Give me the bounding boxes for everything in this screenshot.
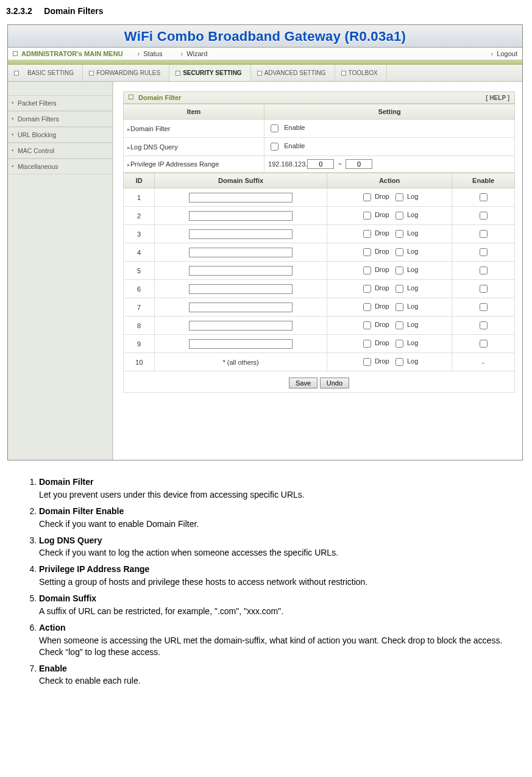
rule-enable-checkbox[interactable] [480, 303, 488, 311]
ip-from-input[interactable] [307, 159, 334, 169]
desc-def: Setting a group of hosts and privilege t… [39, 576, 522, 588]
drop-label: Drop [375, 266, 389, 273]
tab-basic-setting[interactable]: BASIC SETTING [8, 65, 83, 81]
drop-checkbox[interactable] [363, 212, 371, 220]
desc-def: When someone is accessing the URL met th… [39, 635, 522, 658]
rule-id: 3 [124, 225, 155, 243]
rule-enable-checkbox[interactable] [480, 212, 488, 220]
drop-label: Drop [375, 248, 389, 255]
row-domain-filter: Domain Filter [124, 120, 264, 138]
domain-filter-checkbox[interactable] [271, 124, 278, 132]
domain-suffix-input[interactable] [189, 193, 293, 202]
drop-label: Drop [375, 211, 389, 218]
log-checkbox[interactable] [395, 248, 403, 256]
domain-suffix-input[interactable] [189, 229, 293, 239]
log-label: Log [407, 303, 418, 310]
panel-title: Domain Filter [138, 94, 181, 101]
drop-label: Drop [375, 284, 389, 292]
rule-action-cell: Drop Log [327, 353, 452, 371]
desc-term: Action [39, 623, 66, 632]
rule-enable-cell [452, 298, 515, 317]
drop-checkbox[interactable] [363, 267, 371, 274]
admin-menu-label[interactable]: ADMINISTRATOR's MAIN MENU [21, 50, 123, 57]
desc-item: Domain FilterLet you prevent users under… [39, 476, 522, 501]
tab-toolbox[interactable]: TOOLBOX [335, 65, 387, 81]
menu-wizard[interactable]: Wizard [186, 50, 207, 57]
drop-checkbox[interactable] [363, 358, 371, 366]
rule-suffix-cell [155, 225, 327, 243]
row-priv-range: Privilege IP Addresses Range [124, 156, 264, 173]
rule-enable-checkbox[interactable] [480, 230, 488, 238]
log-dns-checkbox[interactable] [271, 143, 278, 151]
log-checkbox[interactable] [395, 303, 403, 311]
sidebar-item-packet-filters[interactable]: Packet Filters [8, 95, 112, 111]
sidebar-item-miscellaneous[interactable]: Miscellaneous [8, 159, 112, 174]
col-suffix: Domain Suffix [155, 173, 327, 188]
log-checkbox[interactable] [395, 321, 403, 329]
drop-checkbox[interactable] [363, 248, 371, 256]
desc-item: Log DNS QueryCheck if you want to log th… [39, 535, 522, 559]
rule-enable-checkbox[interactable] [480, 248, 488, 256]
log-checkbox[interactable] [395, 212, 403, 220]
save-button[interactable]: Save [289, 378, 317, 389]
drop-checkbox[interactable] [363, 193, 371, 201]
rule-suffix-cell [155, 335, 327, 353]
drop-checkbox[interactable] [363, 230, 371, 238]
desc-term: Domain Suffix [39, 593, 96, 603]
ip-prefix: 192.168.123. [268, 160, 307, 168]
rule-enable-checkbox[interactable] [480, 267, 488, 274]
desc-def: Check if you want to enable Domain Filte… [39, 518, 522, 530]
drop-checkbox[interactable] [363, 321, 371, 329]
rule-enable-checkbox[interactable] [480, 285, 488, 293]
drop-checkbox[interactable] [363, 340, 371, 348]
menu-status[interactable]: Status [143, 50, 162, 57]
sidebar-item-mac-control[interactable]: MAC Control [8, 143, 112, 159]
domain-suffix-input[interactable] [189, 321, 293, 331]
log-label: Log [407, 229, 418, 237]
top-menu-bar: ADMINISTRATOR's MAIN MENU › Status › Wiz… [8, 48, 522, 60]
rule-id: 2 [124, 207, 155, 225]
domain-suffix-input[interactable] [189, 339, 293, 349]
sidebar-item-domain-filters[interactable]: Domain Filters [8, 111, 112, 127]
rule-enable-checkbox[interactable] [480, 340, 488, 348]
log-checkbox[interactable] [395, 230, 403, 238]
domain-suffix-input[interactable] [189, 284, 293, 294]
log-checkbox[interactable] [395, 358, 403, 366]
help-link[interactable]: [ HELP ] [486, 95, 509, 101]
drop-label: Drop [375, 321, 389, 328]
menu-logout[interactable]: Logout [497, 50, 517, 57]
divider-strip [8, 60, 522, 65]
button-row: Save Undo [123, 371, 515, 393]
rule-enable-checkbox[interactable] [480, 321, 488, 329]
domain-suffix-input[interactable] [189, 303, 293, 312]
desc-def: Check if you want to log the action when… [39, 547, 522, 559]
tab-advanced-setting[interactable]: ADVANCED SETTING [251, 65, 335, 81]
log-checkbox[interactable] [395, 267, 403, 274]
log-checkbox[interactable] [395, 193, 403, 201]
chevron-right-icon: › [180, 50, 183, 57]
sidebar-item-url-blocking[interactable]: URL Blocking [8, 127, 112, 143]
rule-enable-cell [452, 335, 515, 353]
rule-action-cell: Drop Log [327, 188, 452, 207]
rule-suffix-cell [155, 188, 327, 207]
domain-suffix-input[interactable] [189, 266, 293, 276]
drop-checkbox[interactable] [363, 303, 371, 311]
log-checkbox[interactable] [395, 340, 403, 348]
log-checkbox[interactable] [395, 285, 403, 293]
sidebar: Packet FiltersDomain FiltersURL Blocking… [8, 82, 113, 460]
drop-checkbox[interactable] [363, 285, 371, 293]
undo-button[interactable]: Undo [320, 378, 349, 389]
desc-term: Privilege IP Address Range [39, 564, 149, 574]
rule-id: 8 [124, 317, 155, 335]
log-label: Log [407, 211, 418, 218]
tab-forwarding-rules[interactable]: FORWARDING RULES [83, 65, 169, 81]
domain-suffix-input[interactable] [189, 248, 293, 257]
rule-suffix-cell [155, 262, 327, 280]
tab-security-setting[interactable]: SECURITY SETTING [169, 65, 251, 81]
rule-enable-cell [452, 225, 515, 243]
rule-enable-checkbox[interactable] [480, 193, 488, 201]
settings-table: Item Setting Domain Filter Enable Log DN… [123, 104, 515, 173]
ip-to-input[interactable] [346, 159, 372, 169]
domain-suffix-input[interactable] [189, 211, 293, 221]
drop-label: Drop [375, 229, 389, 237]
